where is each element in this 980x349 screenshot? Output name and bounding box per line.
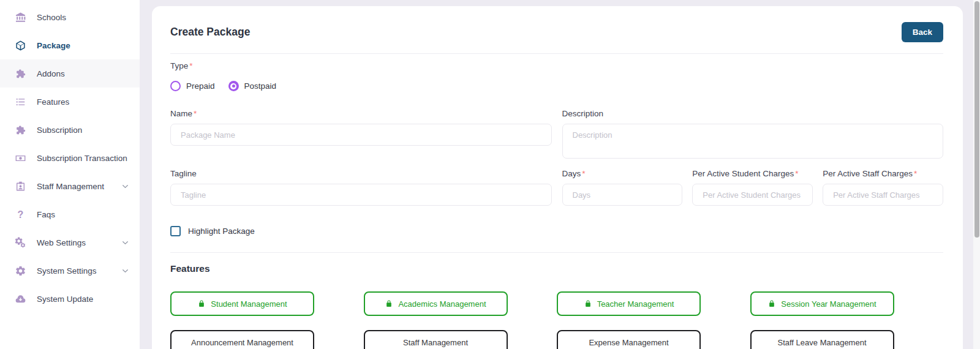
id-badge-icon	[15, 181, 26, 192]
highlight-package-checkbox[interactable]: Highlight Package	[170, 226, 943, 236]
chevron-down-icon	[121, 238, 130, 247]
feature-academics-management[interactable]: Academics Management	[364, 291, 508, 316]
charges-row: Days* Per Active Student Charges* Per Ac…	[562, 169, 944, 206]
checkbox-icon	[170, 226, 181, 236]
lock-icon	[385, 299, 393, 308]
required-asterisk: *	[795, 169, 798, 178]
required-asterisk: *	[582, 169, 585, 178]
name-label: Name*	[170, 109, 552, 118]
sidebar-item-schools[interactable]: Schools	[0, 3, 140, 31]
list-icon	[15, 96, 26, 108]
cloud-download-icon	[15, 293, 26, 305]
description-label: Description	[562, 109, 944, 118]
required-asterisk: *	[914, 169, 917, 178]
lock-icon	[767, 299, 776, 308]
days-field: Days*	[562, 169, 683, 206]
feature-announcement-management[interactable]: Announcement Management	[170, 330, 314, 349]
required-asterisk: *	[194, 109, 197, 118]
lock-icon	[584, 299, 592, 308]
feature-staff-leave-management[interactable]: Staff Leave Management	[750, 330, 894, 349]
per-active-student-charges-input[interactable]	[692, 184, 813, 206]
chevron-down-icon	[121, 266, 130, 276]
sidebar-item-staff-management[interactable]: Staff Management	[0, 172, 140, 200]
feature-student-management[interactable]: Student Management	[170, 291, 314, 316]
sidebar-item-subscription-transaction[interactable]: Subscription Transaction	[0, 144, 140, 172]
feature-staff-management[interactable]: Staff Management	[364, 330, 508, 349]
type-radio-prepaid[interactable]: Prepaid	[170, 81, 215, 91]
back-button[interactable]: Back	[902, 22, 943, 42]
type-field: Type* Prepaid Postpaid	[170, 61, 943, 91]
type-radio-postpaid[interactable]: Postpaid	[228, 81, 277, 91]
type-radio-group: Prepaid Postpaid	[170, 81, 943, 91]
sidebar-item-system-settings[interactable]: System Settings	[0, 257, 140, 285]
create-package-card: Create Package Back Type* Prepaid Postpa…	[152, 6, 963, 349]
banknote-icon	[15, 152, 26, 164]
question-icon: ?	[15, 209, 26, 220]
section-divider	[170, 252, 943, 253]
scrollbar-thumb[interactable]	[974, 1, 979, 238]
sidebar: Schools Package Addons Features Subscrip…	[0, 0, 140, 349]
page-title: Create Package	[170, 26, 250, 39]
lock-icon	[197, 299, 206, 308]
form-row-2: Tagline Days* Per Active Student Charges…	[170, 169, 943, 206]
feature-session-year-management[interactable]: Session Year Management	[750, 291, 894, 316]
puzzle-icon	[15, 68, 26, 80]
tagline-field: Tagline	[170, 169, 552, 206]
feature-teacher-management[interactable]: Teacher Management	[557, 291, 701, 316]
radio-icon	[170, 81, 181, 91]
sidebar-item-subscription[interactable]: Subscription	[0, 116, 140, 144]
package-icon	[15, 40, 26, 51]
features-grid: Student Management Academics Management …	[170, 291, 943, 349]
per-active-staff-charges-label: Per Active Staff Charges*	[823, 169, 943, 178]
name-input[interactable]	[170, 124, 552, 146]
highlight-package-label: Highlight Package	[188, 227, 255, 236]
bank-icon	[15, 12, 26, 23]
sidebar-item-package[interactable]: Package	[0, 31, 140, 59]
per-active-staff-charges-field: Per Active Staff Charges*	[823, 169, 943, 206]
days-input[interactable]	[562, 184, 683, 206]
sidebar-item-addons[interactable]: Addons	[0, 59, 140, 88]
days-label: Days*	[562, 169, 683, 178]
sidebar-item-faqs[interactable]: ? Faqs	[0, 200, 140, 228]
gears-icon	[15, 237, 26, 249]
features-title: Features	[170, 263, 943, 274]
per-active-student-charges-field: Per Active Student Charges*	[692, 169, 813, 206]
required-asterisk: *	[189, 61, 192, 70]
sidebar-item-features[interactable]: Features	[0, 88, 140, 116]
per-active-staff-charges-input[interactable]	[823, 184, 943, 206]
radio-icon	[228, 81, 239, 91]
description-input[interactable]	[562, 124, 944, 159]
sidebar-item-web-settings[interactable]: Web Settings	[0, 228, 140, 257]
chevron-down-icon	[121, 182, 130, 191]
type-label: Type*	[170, 61, 943, 70]
feature-expense-management[interactable]: Expense Management	[557, 330, 701, 349]
name-field: Name*	[170, 109, 552, 161]
per-active-student-charges-label: Per Active Student Charges*	[692, 169, 813, 178]
description-field: Description	[562, 109, 944, 161]
scrollbar-track	[973, 0, 980, 349]
tagline-label: Tagline	[170, 169, 552, 178]
sidebar-item-system-update[interactable]: System Update	[0, 285, 140, 313]
puzzle-icon	[15, 124, 26, 136]
gear-icon	[15, 265, 26, 277]
card-header: Create Package Back	[170, 22, 943, 54]
form-row-1: Name* Description	[170, 109, 943, 161]
tagline-input[interactable]	[170, 184, 552, 206]
